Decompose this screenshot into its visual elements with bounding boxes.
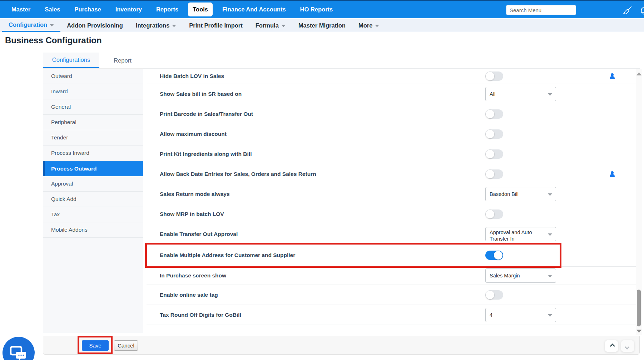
- cancel-button[interactable]: Cancel: [114, 340, 138, 351]
- setting-row-allow-back-date-entries-for-sales-orders-and-sales-return: Allow Back Date Entries for Sales, Order…: [147, 164, 638, 184]
- setting-label: Hide Batch LOV in Sales: [160, 73, 224, 79]
- user-permission-icon: [609, 171, 615, 177]
- user-icon-head: [611, 171, 614, 174]
- top-nav-item-master[interactable]: Master: [11, 6, 30, 13]
- setting-row-print-kit-ingredients-along-with-bill: Print Kit Ingredients along with Bill: [147, 144, 638, 164]
- setting-label: Tax Round Off Digits for GoBill: [160, 312, 241, 318]
- toggle-switch-allow-back-date-entries-for-sales-orders-and-sales-return[interactable]: [485, 169, 503, 179]
- setting-label: Print Barcode in Sales/Transfer Out: [160, 111, 253, 117]
- setting-row-show-mrp-in-batch-lov: Show MRP in batch LOV: [147, 204, 638, 224]
- sub-nav-item-addon-provisioning[interactable]: Addon Provisioning: [60, 19, 129, 32]
- sidebar-item-quick-add[interactable]: Quick Add: [43, 192, 143, 207]
- setting-control: [485, 251, 503, 260]
- user-permission-icon: [609, 73, 615, 79]
- support-chat-button[interactable]: [3, 337, 35, 360]
- sub-nav-item-integrations[interactable]: Integrations: [129, 19, 183, 32]
- setting-row-allow-maximum-discount: Allow maximum discount: [147, 124, 638, 144]
- dropdown-value: Basedon Bill: [486, 187, 556, 197]
- top-nav-menu: MasterSalesPurchaseInventoryReportsTools…: [0, 3, 333, 16]
- dropdown-value: All: [486, 87, 556, 97]
- setting-label: Allow maximum discount: [160, 131, 227, 137]
- chevron-up-icon: [610, 343, 615, 348]
- sidebar-item-approval[interactable]: Approval: [43, 176, 143, 192]
- top-nav-item-sales[interactable]: Sales: [45, 6, 60, 13]
- top-nav-item-tools[interactable]: Tools: [188, 3, 213, 16]
- config-sidebar: OutwardInwardGeneralPeripheralTenderProc…: [43, 68, 143, 333]
- top-nav-item-ho-reports[interactable]: HO Reports: [300, 6, 333, 13]
- scroll-to-top-button[interactable]: [605, 340, 618, 352]
- settings-list: Hide Batch LOV in SalesShow Sales bill i…: [143, 68, 640, 333]
- sub-nav-item-print-profile-import[interactable]: Print Profile Import: [183, 19, 249, 32]
- setting-row-hide-batch-lov-in-sales: Hide Batch LOV in Sales: [147, 69, 638, 84]
- top-nav-item-reports[interactable]: Reports: [156, 6, 178, 13]
- setting-label: Enable Multiple Address for Customer and…: [160, 252, 295, 258]
- paintbrush-icon[interactable]: [623, 5, 633, 15]
- settings-scrollbar[interactable]: [636, 69, 642, 335]
- dropdown-value: Sales Margin: [486, 269, 556, 279]
- toggle-switch-enable-online-sale-tag[interactable]: [485, 290, 503, 300]
- tab-report[interactable]: Report: [99, 53, 146, 68]
- top-nav-bar: MasterSalesPurchaseInventoryReportsTools…: [0, 0, 644, 18]
- setting-row-in-purchase-screen-show: In Purchase screen showSales Margin: [147, 267, 638, 285]
- sidebar-item-tender[interactable]: Tender: [43, 130, 143, 146]
- sidebar-item-process-outward[interactable]: Process Outward: [43, 161, 143, 176]
- setting-label: Enable online sale tag: [160, 292, 218, 298]
- setting-row-enable-multiple-address-for-customer-and-supplier: Enable Multiple Address for Customer and…: [147, 244, 638, 267]
- toggle-knob: [486, 72, 494, 80]
- toggle-switch-print-kit-ingredients-along-with-bill[interactable]: [485, 149, 503, 159]
- toggle-switch-enable-multiple-address-for-customer-and-supplier[interactable]: [485, 251, 503, 260]
- toggle-switch-hide-batch-lov-in-sales[interactable]: [485, 71, 503, 81]
- sidebar-item-tax[interactable]: Tax: [43, 207, 143, 222]
- scroll-to-bottom-button[interactable]: [621, 340, 634, 352]
- setting-control: [485, 209, 503, 219]
- sidebar-item-peripheral[interactable]: Peripheral: [43, 115, 143, 130]
- scrollbar-thumb[interactable]: [637, 290, 641, 326]
- sidebar-item-general[interactable]: General: [43, 99, 143, 115]
- dropdown-enable-transfer-out-approval[interactable]: Approval and Auto Transfer In: [485, 227, 556, 241]
- dropdown-in-purchase-screen-show[interactable]: Sales Margin: [485, 268, 556, 283]
- toggle-knob: [486, 170, 494, 178]
- sub-nav-label: Configuration: [9, 21, 47, 28]
- setting-control: [485, 109, 503, 119]
- dropdown-show-sales-bill-in-sr-based-on[interactable]: All: [485, 87, 556, 101]
- dropdown-value: Approval and Auto Transfer In: [486, 227, 556, 241]
- footer-action-bar: Save Cancel: [43, 336, 640, 355]
- toggle-switch-allow-maximum-discount[interactable]: [485, 129, 503, 139]
- tab-configurations[interactable]: Configurations: [43, 53, 99, 68]
- setting-control: [485, 129, 503, 139]
- setting-control: 4: [485, 308, 556, 322]
- sub-nav-label: Print Profile Import: [189, 22, 242, 29]
- top-nav-item-purchase[interactable]: Purchase: [74, 6, 101, 13]
- setting-control: [485, 149, 503, 159]
- sidebar-item-mobile-addons[interactable]: Mobile Addons: [43, 222, 143, 238]
- setting-control: Basedon Bill: [485, 187, 556, 201]
- scrollbar-up-arrow-icon[interactable]: [636, 72, 641, 75]
- business-configuration-page: { "topbar": { "items": ["Master", "Sales…: [0, 0, 644, 360]
- scrollbar-down-arrow-icon[interactable]: [636, 330, 641, 333]
- save-button[interactable]: Save: [82, 340, 109, 351]
- toggle-switch-print-barcode-in-sales-transfer-out[interactable]: [485, 109, 503, 119]
- sub-nav-item-master-migration[interactable]: Master Migration: [292, 19, 352, 32]
- chat-bubbles-icon: [3, 337, 35, 360]
- setting-label: In Purchase screen show: [160, 272, 226, 279]
- toggle-knob: [486, 291, 494, 299]
- setting-row-enable-transfer-out-approval: Enable Transfer Out ApprovalApproval and…: [147, 224, 638, 244]
- dropdown-tax-round-off-digits-for-gobill[interactable]: 4: [485, 308, 556, 322]
- sub-nav-item-more[interactable]: More: [352, 19, 386, 32]
- toggle-knob: [486, 210, 494, 218]
- sub-nav-label: Addon Provisioning: [67, 22, 123, 29]
- notification-bell-icon[interactable]: [639, 5, 644, 15]
- top-nav-item-inventory[interactable]: Inventory: [115, 6, 142, 13]
- sub-nav-item-formula[interactable]: Formula: [249, 19, 292, 32]
- sub-nav-item-configuration[interactable]: Configuration: [2, 19, 60, 32]
- top-nav-item-finance-and-accounts[interactable]: Finance And Accounts: [222, 6, 286, 13]
- setting-row-show-sales-bill-in-sr-based-on: Show Sales bill in SR based onAll: [147, 84, 638, 104]
- dropdown-sales-return-mode-always[interactable]: Basedon Bill: [485, 187, 556, 201]
- user-icon-head: [611, 73, 614, 76]
- toggle-switch-show-mrp-in-batch-lov[interactable]: [485, 209, 503, 219]
- sidebar-item-outward[interactable]: Outward: [43, 69, 143, 84]
- sub-nav-label: Formula: [256, 22, 279, 29]
- sidebar-item-inward[interactable]: Inward: [43, 84, 143, 99]
- sidebar-item-process-inward[interactable]: Process Inward: [43, 146, 143, 161]
- search-input[interactable]: [506, 5, 576, 15]
